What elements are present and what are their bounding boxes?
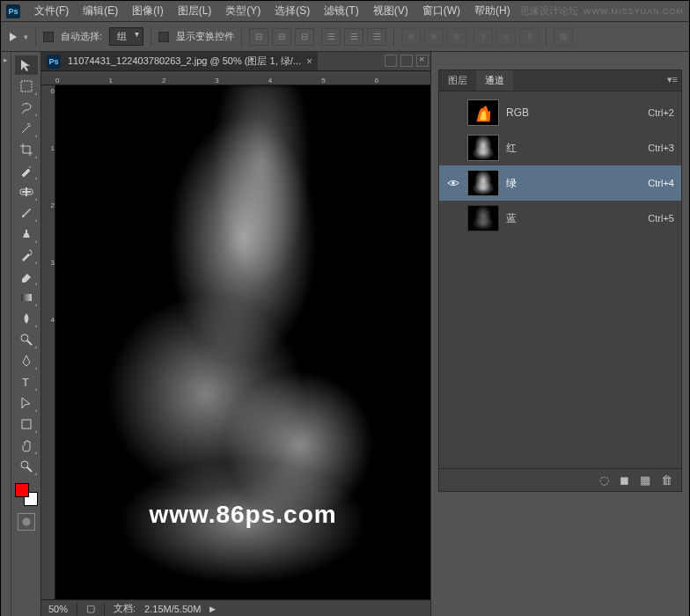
channel-name: RGB [506,106,641,119]
visibility-toggle[interactable] [446,176,460,190]
zoom-tool[interactable] [15,457,38,476]
menubar: Ps 文件(F) 编辑(E) 图像(I) 图层(L) 类型(Y) 选择(S) 滤… [1,1,689,22]
menu-type[interactable]: 类型(Y) [220,2,266,20]
channel-thumb-blue[interactable] [467,205,499,231]
visibility-toggle[interactable] [446,141,460,155]
align-bottom-icon[interactable]: ⊟ [295,28,314,46]
tab-channels[interactable]: 通道 [476,70,513,91]
auto-select-dropdown[interactable]: 组 [109,27,143,46]
distribute-icons-b: ⦀ ⦀ ⦀ [473,28,539,46]
tab-layers[interactable]: 图层 [439,70,476,91]
delete-channel-icon[interactable]: 🗑 [661,473,672,487]
branding: 思缘设计论坛 WWW.MISSYUAN.COM [520,4,684,18]
panel-menu-icon[interactable]: ▾≡ [667,74,678,85]
lasso-tool[interactable] [15,98,38,117]
align-icons-b: ☰ ☰ ☰ [321,28,386,46]
options-bar: ▾ 自动选择: 组 显示变换控件 ⊟ ⊟ ⊟ ☰ ☰ ☰ ≡ ≡ ≡ ⦀ ⦀ ⦀… [1,22,689,52]
visibility-toggle[interactable] [446,106,460,120]
brush-tool[interactable] [15,203,38,223]
history-brush-tool[interactable] [15,246,38,265]
menu-window[interactable]: 窗口(W) [417,2,466,20]
channel-row-green[interactable]: 绿 Ctrl+4 [439,165,681,201]
channel-shortcut: Ctrl+4 [648,178,674,188]
shape-tool[interactable] [15,414,38,434]
crop-tool[interactable] [15,140,38,159]
dist-top-icon: ≡ [401,28,421,46]
eyedropper-tool[interactable] [15,161,38,180]
zoom-level[interactable]: 50% [48,604,68,614]
pen-tool[interactable] [15,351,38,370]
show-transform-checkbox[interactable] [158,32,169,42]
path-select-tool[interactable] [15,393,38,413]
panel-footer: ◌ ◼ ▦ 🗑 [439,468,681,491]
move-tool[interactable] [15,55,38,75]
align-vcenter-icon[interactable]: ⊟ [272,28,291,46]
align-hcenter-icon[interactable]: ☰ [344,28,363,46]
svg-rect-4 [21,294,32,301]
channel-row-red[interactable]: 红 Ctrl+3 [439,130,681,165]
svg-rect-7 [22,420,31,429]
window-minimize-icon[interactable] [385,55,397,67]
type-tool[interactable]: T [15,372,38,392]
toolbox-collapse[interactable]: ▸ [1,52,11,616]
channel-thumb-green[interactable] [467,170,499,196]
channel-shortcut: Ctrl+2 [648,107,674,118]
channel-row-blue[interactable]: 蓝 Ctrl+5 [439,201,681,236]
doc-size-label: 文档: [114,602,136,615]
window-maximize-icon[interactable] [400,55,413,67]
visibility-toggle[interactable] [446,211,460,225]
document-tab[interactable]: Ps 11074431_122403780263_2.jpg @ 50% (图层… [41,52,318,70]
ruler-vertical[interactable]: 01234 [41,85,55,599]
gradient-tool[interactable] [15,288,38,307]
quick-mask-toggle[interactable] [18,513,35,531]
svg-point-10 [451,181,455,185]
blur-tool[interactable] [15,309,38,328]
magic-wand-tool[interactable] [15,119,38,138]
eraser-tool[interactable] [15,267,38,286]
canvas[interactable]: www.86ps.com [55,85,430,599]
move-tool-icon[interactable] [10,33,17,41]
dist-vcenter-icon: ≡ [424,28,444,46]
ruler-horizontal[interactable]: 0123456 [41,71,430,85]
status-flyout-icon[interactable]: ▶ [209,605,216,613]
close-tab-icon[interactable]: × [306,55,312,68]
tool-preset-chevron[interactable]: ▾ [24,33,28,41]
menu-view[interactable]: 视图(V) [368,2,414,20]
channel-thumb-red[interactable] [467,135,499,161]
dodge-tool[interactable] [15,330,38,349]
svg-point-5 [21,334,28,341]
align-left-icon[interactable]: ☰ [321,28,341,46]
clone-stamp-tool[interactable] [15,224,38,244]
view-mode-icon[interactable]: ▢ [86,603,95,614]
separator [241,27,242,47]
align-top-icon[interactable]: ⊟ [249,28,268,46]
healing-brush-tool[interactable] [15,182,38,202]
color-swatches[interactable] [15,483,38,506]
menu-help[interactable]: 帮助(H) [469,2,516,20]
save-selection-icon[interactable]: ◼ [620,473,629,487]
channel-thumb-rgb[interactable] [467,99,499,126]
menu-edit[interactable]: 编辑(E) [77,2,123,20]
load-selection-icon[interactable]: ◌ [599,473,609,487]
doc-ps-icon: Ps [47,55,61,69]
menu-select[interactable]: 选择(S) [269,2,315,20]
auto-select-checkbox[interactable] [43,32,54,42]
align-right-icon[interactable]: ☰ [367,28,386,46]
separator [393,27,394,47]
show-transform-label: 显示变换控件 [176,30,234,43]
marquee-tool[interactable] [15,77,38,96]
auto-select-label: 自动选择: [61,30,102,43]
menu-layer[interactable]: 图层(L) [172,2,217,20]
menu-image[interactable]: 图像(I) [127,2,168,20]
toolbox: T [11,52,41,616]
new-channel-icon[interactable]: ▦ [640,473,650,487]
hand-tool[interactable] [15,436,38,455]
svg-point-8 [21,461,28,468]
window-close-icon[interactable]: × [416,55,429,67]
foreground-color-swatch[interactable] [15,483,29,497]
branding-url: WWW.MISSYUAN.COM [584,7,684,16]
menu-filter[interactable]: 滤镜(T) [319,2,363,20]
channel-row-rgb[interactable]: RGB Ctrl+2 [439,95,681,130]
doc-size-value: 2.15M/5.50M [144,604,201,614]
menu-file[interactable]: 文件(F) [29,2,74,20]
